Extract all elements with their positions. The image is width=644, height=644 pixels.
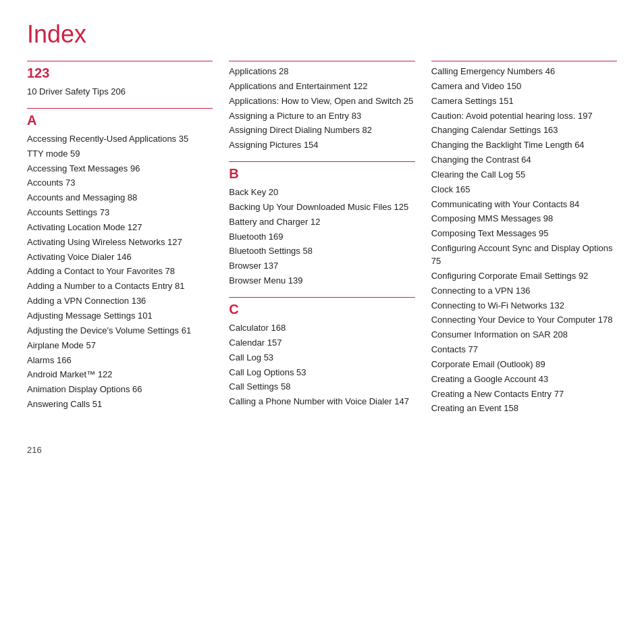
index-entry: Assigning Pictures 154 <box>229 139 414 152</box>
column-0: 12310 Driver Safety Tips 206AAccessing R… <box>27 61 229 421</box>
index-entry: Adding a VPN Connection 136 <box>27 295 213 308</box>
index-entry: Android Market™ 122 <box>27 369 213 381</box>
index-entry: Bluetooth 169 <box>229 231 414 244</box>
index-entry: Activating Using Wireless Networks 127 <box>27 236 213 249</box>
index-entry: Corporate Email (Outlook) 89 <box>431 358 617 371</box>
index-entry: Accounts and Messaging 88 <box>27 192 213 205</box>
section-header-123: 123 <box>27 61 213 82</box>
index-entry: Changing Calendar Settings 163 <box>431 124 617 137</box>
index-entry: Assigning Direct Dialing Numbers 82 <box>229 124 414 137</box>
index-entry: Call Log 53 <box>229 352 414 365</box>
index-entry: Connecting to a VPN 136 <box>431 285 617 298</box>
index-entry: Applications and Entertainment 122 <box>229 80 414 93</box>
index-entry: Call Log Options 53 <box>229 367 414 379</box>
index-entry: Battery and Charger 12 <box>229 216 414 229</box>
index-entry: Activating Voice Dialer 146 <box>27 251 213 264</box>
index-entry: Changing the Backlight Time Length 64 <box>431 139 617 152</box>
index-entry: Calendar 157 <box>229 337 414 350</box>
index-entry: Call Settings 58 <box>229 381 414 394</box>
page-number: 216 <box>27 445 617 455</box>
section-header-C: C <box>229 297 414 318</box>
index-entry: Configuring Corporate Email Settings 92 <box>431 270 617 283</box>
index-entry: Camera and Video 150 <box>431 80 617 93</box>
index-entry: Caution: Avoid potential hearing loss. 1… <box>431 110 617 123</box>
index-entry: Activating Location Mode 127 <box>27 221 213 234</box>
index-entry: Creating a Google Account 43 <box>431 373 617 386</box>
index-entry: Accounts Settings 73 <box>27 207 213 219</box>
column-1: Applications 28Applications and Entertai… <box>229 61 431 418</box>
index-entry: Contacts 77 <box>431 344 617 356</box>
index-entry: Airplane Mode 57 <box>27 340 213 352</box>
index-entry: Backing Up Your Downloaded Music Files 1… <box>229 201 414 214</box>
index-entry: Clearing the Call Log 55 <box>431 169 617 182</box>
index-entry: Creating a New Contacts Entry 77 <box>431 388 617 401</box>
index-entry: Accounts 73 <box>27 177 213 190</box>
index-entry: Calling a Phone Number with Voice Dialer… <box>229 396 414 408</box>
index-entry: Communicating with Your Contacts 84 <box>431 198 617 211</box>
section-label-B: B <box>229 165 414 182</box>
section-A: AAccessing Recently-Used Applications 35… <box>27 108 213 411</box>
index-entry: Adjusting the Device's Volume Settings 6… <box>27 325 213 338</box>
index-entry: Back Key 20 <box>229 186 414 199</box>
index-entry: Applications: How to View, Open and Swit… <box>229 95 414 108</box>
index-entry: Browser Menu 139 <box>229 275 414 288</box>
index-entry: Accessing Text Messages 96 <box>27 163 213 176</box>
index-entry: Applications 28 <box>229 65 414 78</box>
index-entry: Assigning a Picture to an Entry 83 <box>229 110 414 123</box>
section-C: CCalculator 168Calendar 157Call Log 53Ca… <box>229 297 414 408</box>
index-entry: Connecting to Wi-Fi Networks 132 <box>431 300 617 313</box>
index-entry: Configuring Account Sync and Display Opt… <box>431 242 617 268</box>
index-entry: Clock 165 <box>431 184 617 196</box>
index-entry: Bluetooth Settings 58 <box>229 245 414 258</box>
index-entry: TTY mode 59 <box>27 148 213 161</box>
index-entry: Connecting Your Device to Your Computer … <box>431 314 617 327</box>
section-divider-c-cont <box>431 61 617 61</box>
index-entry: Consumer Information on SAR 208 <box>431 329 617 342</box>
section-apps-section: Applications 28Applications and Entertai… <box>229 61 414 152</box>
index-entry: Alarms 166 <box>27 354 213 367</box>
index-entry: Changing the Contrast 64 <box>431 154 617 167</box>
index-entry: Camera Settings 151 <box>431 95 617 108</box>
section-header-B: B <box>229 161 414 182</box>
index-entry: Composing MMS Messages 98 <box>431 213 617 225</box>
index-entry: Calling Emergency Numbers 46 <box>431 65 617 78</box>
index-entry: Adjusting Message Settings 101 <box>27 310 213 323</box>
section-B: BBack Key 20Backing Up Your Downloaded M… <box>229 161 414 288</box>
index-entry: Animation Display Options 66 <box>27 383 213 396</box>
section-divider-apps-section <box>229 61 414 61</box>
index-entry: Adding a Number to a Contacts Entry 81 <box>27 280 213 293</box>
page-title: Index <box>27 20 617 49</box>
index-entry: Composing Text Messages 95 <box>431 227 617 240</box>
index-columns: 12310 Driver Safety Tips 206AAccessing R… <box>27 61 617 425</box>
section-label-123: 123 <box>27 64 213 82</box>
index-entry: Creating an Event 158 <box>431 402 617 415</box>
section-label-C: C <box>229 300 414 318</box>
section-123: 12310 Driver Safety Tips 206 <box>27 61 213 99</box>
section-label-A: A <box>27 111 213 129</box>
section-header-A: A <box>27 108 213 129</box>
index-entry: Calculator 168 <box>229 322 414 335</box>
index-entry: Answering Calls 51 <box>27 398 213 411</box>
index-entry: Browser 137 <box>229 260 414 273</box>
index-entry: 10 Driver Safety Tips 206 <box>27 86 213 99</box>
section-c-cont: Calling Emergency Numbers 46Camera and V… <box>431 61 617 415</box>
index-entry: Adding a Contact to Your Favorites 78 <box>27 265 213 278</box>
column-2: Calling Emergency Numbers 46Camera and V… <box>431 61 617 425</box>
index-entry: Accessing Recently-Used Applications 35 <box>27 133 213 146</box>
